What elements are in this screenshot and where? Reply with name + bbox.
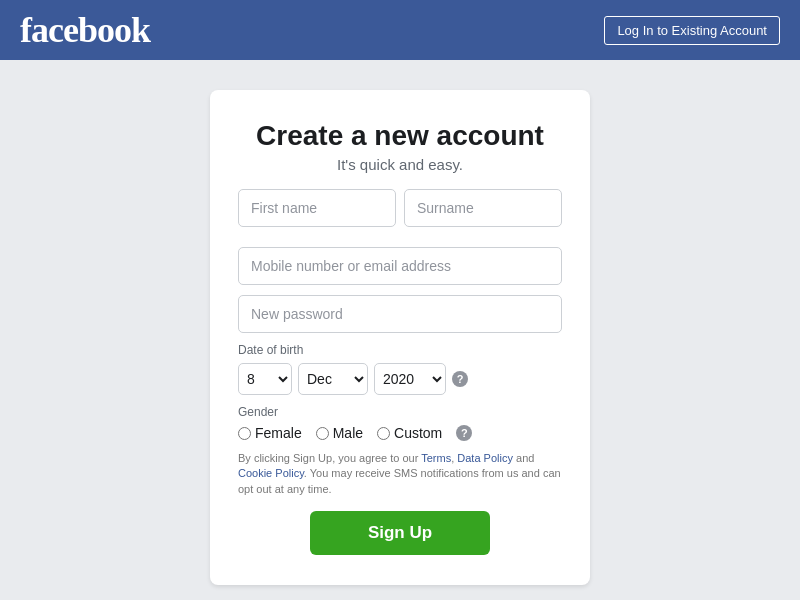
gender-custom-label: Custom	[394, 425, 442, 441]
dob-label: Date of birth	[238, 343, 562, 357]
page-title-area: Create a new account It's quick and easy…	[238, 120, 562, 173]
email-input[interactable]	[238, 247, 562, 285]
dob-year-select[interactable]: 2020 2019201820172016 2015201020052000 1…	[374, 363, 446, 395]
gender-male-option[interactable]: Male	[316, 425, 363, 441]
login-button[interactable]: Log In to Existing Account	[604, 16, 780, 45]
facebook-logo: facebook	[20, 9, 150, 51]
surname-input[interactable]	[404, 189, 562, 227]
header: facebook Log In to Existing Account	[0, 0, 800, 60]
name-row	[238, 189, 562, 237]
terms-link[interactable]: Terms	[421, 452, 451, 464]
password-input[interactable]	[238, 295, 562, 333]
signup-form-container: Create a new account It's quick and easy…	[210, 90, 590, 585]
page-heading: Create a new account	[238, 120, 562, 152]
gender-female-label: Female	[255, 425, 302, 441]
gender-label: Gender	[238, 405, 562, 419]
dob-section: Date of birth 8 1234 5679 10111213 14151…	[238, 343, 562, 395]
gender-custom-option[interactable]: Custom	[377, 425, 442, 441]
dob-row: 8 1234 5679 10111213 14151617 18192021 2…	[238, 363, 562, 395]
signup-button[interactable]: Sign Up	[310, 511, 490, 555]
gender-help-icon[interactable]: ?	[456, 425, 472, 441]
first-name-input[interactable]	[238, 189, 396, 227]
main-content: Create a new account It's quick and easy…	[0, 60, 800, 585]
page-subheading: It's quick and easy.	[238, 156, 562, 173]
terms-text: By clicking Sign Up, you agree to our Te…	[238, 451, 562, 497]
gender-male-radio[interactable]	[316, 427, 329, 440]
dob-help-icon[interactable]: ?	[452, 371, 468, 387]
gender-custom-radio[interactable]	[377, 427, 390, 440]
gender-section: Gender Female Male Custom ?	[238, 405, 562, 441]
gender-female-radio[interactable]	[238, 427, 251, 440]
dob-month-select[interactable]: JanFebMarApr MayJunJulAug SepOctNov Dec	[298, 363, 368, 395]
gender-options: Female Male Custom ?	[238, 425, 562, 441]
gender-female-option[interactable]: Female	[238, 425, 302, 441]
gender-male-label: Male	[333, 425, 363, 441]
cookie-policy-link[interactable]: Cookie Policy	[238, 467, 304, 479]
data-policy-link[interactable]: Data Policy	[457, 452, 513, 464]
dob-day-select[interactable]: 8 1234 5679 10111213 14151617 18192021 2…	[238, 363, 292, 395]
